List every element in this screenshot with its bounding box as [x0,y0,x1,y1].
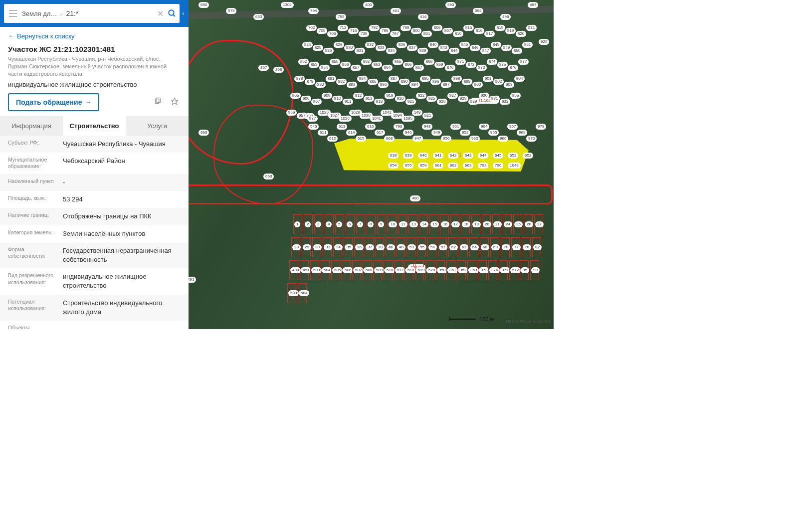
parcel-label: 862 [361,59,372,65]
clear-icon[interactable]: ✕ [156,9,165,18]
parcel-label: 863 [372,62,383,68]
property-label: Категория земель: [8,229,63,238]
parcel-label: 910 [332,96,343,102]
property-row: Потенциал использования:Строительство ин… [0,295,189,321]
menu-icon[interactable] [7,10,19,17]
village-plots: 1234567891011131415161718192021242526272… [293,214,549,309]
parcel-label: 706 [327,31,338,37]
parcel-label: 882 [336,79,347,85]
copy-icon[interactable] [152,95,164,109]
plot [503,214,512,234]
property-label: Субъект РФ: [8,140,63,149]
plot [522,237,531,257]
parcel-label: 712 [338,25,349,31]
parcel-label: 886 [378,82,389,88]
plot [367,214,376,234]
plot [524,214,533,234]
plot [312,237,321,257]
plot [388,214,397,234]
parcel-label: 846 [470,45,481,51]
parcel-label: 901 [483,76,494,82]
parcel-label: 1029 [349,110,362,116]
parcel-header: Участок ЖС 21:21:102301:481 Чувашская Ре… [0,45,189,116]
plot [386,237,395,257]
parcel-label: 874 [487,59,498,65]
plot [314,214,323,234]
parcel-label: 881 [326,76,337,82]
map-canvas[interactable]: 481/1 867 868 668 668 798 925 21:21:1023… [189,0,554,329]
property-value: Отображены границы на ПКК [63,212,181,221]
plot [520,260,529,280]
properties-list[interactable]: Субъект РФ:Чувашская Республика - Чуваши… [0,136,189,329]
parcel-label: 902 [493,79,504,85]
plot [404,260,413,280]
selected-parcel-highlight [334,139,529,172]
plot [419,214,428,234]
property-row: Категория земель:Земли населённых пункто… [0,225,189,242]
parcel-label: 521 [422,113,433,119]
parcel-label: 829 [334,42,345,48]
tab-info[interactable]: Информация [0,116,63,136]
parcel-label: 866 [403,62,414,68]
parcel-label: 932 [500,99,511,105]
plot [325,214,334,234]
collapse-sidebar-icon[interactable]: ‹ [182,10,185,17]
plot [534,214,543,234]
parcel-label: 903 [504,82,515,88]
parcel-label: 977 [307,116,318,122]
parcel-label: 1026 [318,110,331,116]
search-input[interactable] [66,9,153,17]
plot [373,260,382,280]
parcel-label: 833 [376,45,387,51]
property-label: Населенный пункт: [8,178,63,187]
parcel-label: 807 [442,28,453,34]
property-row: Объекты капитального строительства:- [0,321,189,329]
parcel-label: 839 [417,48,428,54]
plot [310,260,319,280]
tab-services[interactable]: Услуги [126,116,189,136]
parcel-label: 919 [385,93,396,99]
plot [342,260,351,280]
plot [492,214,501,234]
plot [289,260,298,280]
tab-construction[interactable]: Строительство [63,116,126,136]
parcel-label: 826 [323,48,334,54]
parcel-label: 825 [313,45,324,51]
plot [469,237,478,257]
search-icon[interactable] [168,9,177,18]
parcel-label: 806 [432,25,443,31]
parcel-label: 922 [416,93,427,99]
plot [365,237,374,257]
parcel-label: 797 [390,31,401,37]
cta-label: Подать обращение [16,98,82,106]
submit-request-button[interactable]: Подать обращение → [8,93,99,111]
parcel-label: 1042 [381,110,394,116]
star-icon[interactable] [169,95,181,109]
plot [354,237,363,257]
category-select[interactable]: Земля дл… ⌄ [22,10,63,17]
parcel-label: 810 [453,31,464,37]
plot [425,260,434,280]
plot [490,237,499,257]
parcel-label: 921 [405,99,416,105]
arrow-right-icon: → [85,98,91,106]
parcel-label: 907 [311,99,322,105]
parcel-label: 913 [364,96,375,102]
parcel-label: 871 [455,59,466,65]
parcel-label: 792 [369,25,380,31]
tabs: Информация Строительство Услуги [0,116,189,136]
parcel-label: 876 [508,65,519,71]
parcel-label: 897 [441,82,452,88]
parcel-label: 1095 [401,116,414,122]
property-row: Муниципальное образование:Чебоксарский Р… [0,153,189,174]
parcel-label: 918 [374,99,385,105]
plot [344,237,353,257]
parcel-label: 873 [476,65,487,71]
parcel-label: 900 [472,82,483,88]
selected-parcel-label: 481/1 [448,152,462,158]
subdivision-grid: 7027057067127167307927967977998008018068… [306,25,546,130]
parcel-label: 716 [348,28,359,34]
plot [398,214,407,234]
property-value: - [63,178,181,187]
back-link[interactable]: ← Вернуться к списку [0,27,189,45]
